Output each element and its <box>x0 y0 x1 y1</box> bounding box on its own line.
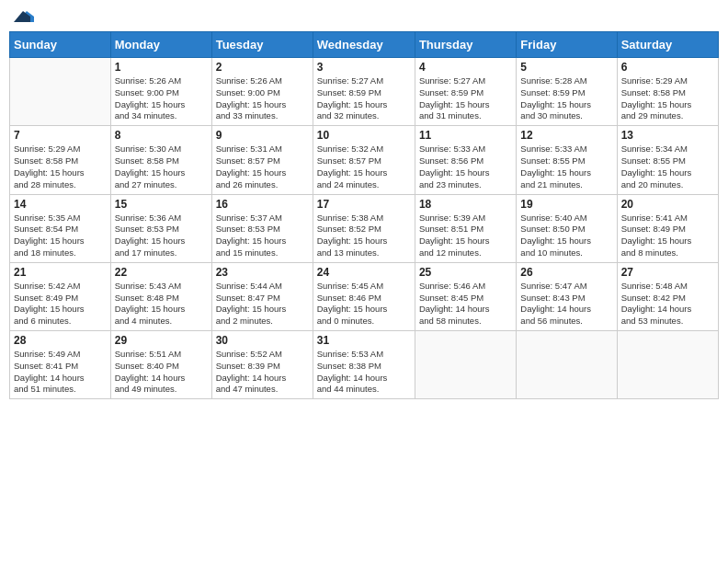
calendar-cell-15: 15Sunrise: 5:36 AM Sunset: 8:53 PM Dayli… <box>110 194 211 262</box>
cell-content: Sunrise: 5:45 AM Sunset: 8:46 PM Dayligh… <box>317 281 411 327</box>
calendar-cell-30: 30Sunrise: 5:52 AM Sunset: 8:39 PM Dayli… <box>211 331 313 399</box>
calendar-cell-26: 26Sunrise: 5:47 AM Sunset: 8:43 PM Dayli… <box>517 262 617 330</box>
cell-content: Sunrise: 5:38 AM Sunset: 8:52 PM Dayligh… <box>317 213 411 259</box>
calendar-cell-24: 24Sunrise: 5:45 AM Sunset: 8:46 PM Dayli… <box>313 262 415 330</box>
calendar-header-row: SundayMondayTuesdayWednesdayThursdayFrid… <box>10 32 719 58</box>
calendar-cell-empty <box>617 331 718 399</box>
cell-content: Sunrise: 5:53 AM Sunset: 8:38 PM Dayligh… <box>317 349 411 396</box>
cell-content: Sunrise: 5:32 AM Sunset: 8:57 PM Dayligh… <box>317 144 411 190</box>
day-number: 21 <box>14 266 107 279</box>
day-number: 11 <box>419 129 512 142</box>
cell-content: Sunrise: 5:40 AM Sunset: 8:50 PM Dayligh… <box>520 213 612 259</box>
cell-content: Sunrise: 5:26 AM Sunset: 9:00 PM Dayligh… <box>115 75 208 122</box>
day-number: 16 <box>216 198 309 211</box>
calendar-cell-5: 5Sunrise: 5:28 AM Sunset: 8:59 PM Daylig… <box>517 58 617 126</box>
calendar-cell-25: 25Sunrise: 5:46 AM Sunset: 8:45 PM Dayli… <box>415 262 516 330</box>
calendar-week-row: 1Sunrise: 5:26 AM Sunset: 9:00 PM Daylig… <box>10 58 719 126</box>
day-number: 28 <box>14 334 107 347</box>
cell-content: Sunrise: 5:34 AM Sunset: 8:55 PM Dayligh… <box>621 144 714 190</box>
cell-content: Sunrise: 5:30 AM Sunset: 8:58 PM Dayligh… <box>115 144 208 190</box>
day-header-saturday: Saturday <box>617 32 718 58</box>
day-header-wednesday: Wednesday <box>313 32 415 58</box>
logo-icon <box>14 7 34 24</box>
calendar-cell-9: 9Sunrise: 5:31 AM Sunset: 8:57 PM Daylig… <box>211 126 313 194</box>
cell-content: Sunrise: 5:49 AM Sunset: 8:41 PM Dayligh… <box>14 349 107 396</box>
calendar-cell-12: 12Sunrise: 5:33 AM Sunset: 8:55 PM Dayli… <box>517 126 617 194</box>
cell-content: Sunrise: 5:46 AM Sunset: 8:45 PM Dayligh… <box>419 281 512 327</box>
day-number: 1 <box>115 61 208 74</box>
day-header-friday: Friday <box>517 32 617 58</box>
calendar-cell-13: 13Sunrise: 5:34 AM Sunset: 8:55 PM Dayli… <box>617 126 718 194</box>
calendar-week-row: 28Sunrise: 5:49 AM Sunset: 8:41 PM Dayli… <box>10 331 719 399</box>
day-number: 19 <box>520 198 612 211</box>
calendar-cell-empty <box>517 331 617 399</box>
calendar-cell-20: 20Sunrise: 5:41 AM Sunset: 8:49 PM Dayli… <box>617 194 718 262</box>
day-number: 2 <box>216 61 309 74</box>
day-number: 27 <box>621 266 714 279</box>
calendar-cell-18: 18Sunrise: 5:39 AM Sunset: 8:51 PM Dayli… <box>415 194 516 262</box>
cell-content: Sunrise: 5:42 AM Sunset: 8:49 PM Dayligh… <box>14 281 107 327</box>
calendar-cell-19: 19Sunrise: 5:40 AM Sunset: 8:50 PM Dayli… <box>517 194 617 262</box>
day-header-monday: Monday <box>110 32 211 58</box>
cell-content: Sunrise: 5:28 AM Sunset: 8:59 PM Dayligh… <box>520 75 612 122</box>
logo <box>13 9 34 24</box>
day-number: 3 <box>317 61 411 74</box>
day-number: 26 <box>520 266 612 279</box>
calendar-cell-2: 2Sunrise: 5:26 AM Sunset: 9:00 PM Daylig… <box>211 58 313 126</box>
cell-content: Sunrise: 5:39 AM Sunset: 8:51 PM Dayligh… <box>419 213 512 259</box>
day-number: 17 <box>317 198 411 211</box>
day-number: 29 <box>115 334 208 347</box>
cell-content: Sunrise: 5:41 AM Sunset: 8:49 PM Dayligh… <box>621 213 714 259</box>
calendar-cell-4: 4Sunrise: 5:27 AM Sunset: 8:59 PM Daylig… <box>415 58 516 126</box>
day-number: 25 <box>419 266 512 279</box>
day-number: 5 <box>520 61 612 74</box>
calendar-cell-16: 16Sunrise: 5:37 AM Sunset: 8:53 PM Dayli… <box>211 194 313 262</box>
calendar-cell-17: 17Sunrise: 5:38 AM Sunset: 8:52 PM Dayli… <box>313 194 415 262</box>
cell-content: Sunrise: 5:27 AM Sunset: 8:59 PM Dayligh… <box>317 75 411 122</box>
day-header-sunday: Sunday <box>10 32 111 58</box>
cell-content: Sunrise: 5:33 AM Sunset: 8:56 PM Dayligh… <box>419 144 512 190</box>
day-number: 30 <box>216 334 309 347</box>
cell-content: Sunrise: 5:26 AM Sunset: 9:00 PM Dayligh… <box>216 75 309 122</box>
cell-content: Sunrise: 5:44 AM Sunset: 8:47 PM Dayligh… <box>216 281 309 327</box>
calendar-cell-31: 31Sunrise: 5:53 AM Sunset: 8:38 PM Dayli… <box>313 331 415 399</box>
day-number: 14 <box>14 198 107 211</box>
cell-content: Sunrise: 5:29 AM Sunset: 8:58 PM Dayligh… <box>621 75 714 122</box>
day-number: 23 <box>216 266 309 279</box>
calendar-cell-empty <box>415 331 516 399</box>
day-number: 7 <box>14 129 107 142</box>
calendar-cell-23: 23Sunrise: 5:44 AM Sunset: 8:47 PM Dayli… <box>211 262 313 330</box>
calendar-cell-3: 3Sunrise: 5:27 AM Sunset: 8:59 PM Daylig… <box>313 58 415 126</box>
day-header-thursday: Thursday <box>415 32 516 58</box>
day-number: 15 <box>115 198 208 211</box>
calendar-week-row: 21Sunrise: 5:42 AM Sunset: 8:49 PM Dayli… <box>10 262 719 330</box>
day-number: 18 <box>419 198 512 211</box>
calendar-table: SundayMondayTuesdayWednesdayThursdayFrid… <box>9 31 719 399</box>
cell-content: Sunrise: 5:31 AM Sunset: 8:57 PM Dayligh… <box>216 144 309 190</box>
day-number: 13 <box>621 129 714 142</box>
day-number: 31 <box>317 334 411 347</box>
calendar-cell-10: 10Sunrise: 5:32 AM Sunset: 8:57 PM Dayli… <box>313 126 415 194</box>
calendar-cell-11: 11Sunrise: 5:33 AM Sunset: 8:56 PM Dayli… <box>415 126 516 194</box>
calendar-cell-1: 1Sunrise: 5:26 AM Sunset: 9:00 PM Daylig… <box>110 58 211 126</box>
cell-content: Sunrise: 5:52 AM Sunset: 8:39 PM Dayligh… <box>216 349 309 396</box>
cell-content: Sunrise: 5:35 AM Sunset: 8:54 PM Dayligh… <box>14 213 107 259</box>
calendar-cell-21: 21Sunrise: 5:42 AM Sunset: 8:49 PM Dayli… <box>10 262 111 330</box>
calendar-cell-14: 14Sunrise: 5:35 AM Sunset: 8:54 PM Dayli… <box>10 194 111 262</box>
calendar-cell-7: 7Sunrise: 5:29 AM Sunset: 8:58 PM Daylig… <box>10 126 111 194</box>
day-number: 6 <box>621 61 714 74</box>
day-number: 4 <box>419 61 512 74</box>
cell-content: Sunrise: 5:33 AM Sunset: 8:55 PM Dayligh… <box>520 144 612 190</box>
cell-content: Sunrise: 5:47 AM Sunset: 8:43 PM Dayligh… <box>520 281 612 327</box>
day-number: 10 <box>317 129 411 142</box>
calendar-cell-empty <box>10 58 111 126</box>
calendar-cell-22: 22Sunrise: 5:43 AM Sunset: 8:48 PM Dayli… <box>110 262 211 330</box>
calendar-week-row: 7Sunrise: 5:29 AM Sunset: 8:58 PM Daylig… <box>10 126 719 194</box>
calendar-week-row: 14Sunrise: 5:35 AM Sunset: 8:54 PM Dayli… <box>10 194 719 262</box>
calendar-cell-6: 6Sunrise: 5:29 AM Sunset: 8:58 PM Daylig… <box>617 58 718 126</box>
cell-content: Sunrise: 5:51 AM Sunset: 8:40 PM Dayligh… <box>115 349 208 396</box>
cell-content: Sunrise: 5:37 AM Sunset: 8:53 PM Dayligh… <box>216 213 309 259</box>
day-number: 9 <box>216 129 309 142</box>
cell-content: Sunrise: 5:27 AM Sunset: 8:59 PM Dayligh… <box>419 75 512 122</box>
page-header <box>9 9 719 24</box>
